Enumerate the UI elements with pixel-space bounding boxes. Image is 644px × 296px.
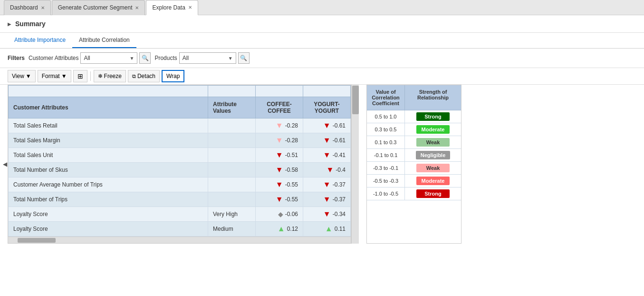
legend-badge: Strong	[405, 110, 461, 123]
arrow-down-pink-icon: ▼	[276, 136, 283, 145]
products-select[interactable]: All ▼	[179, 52, 236, 64]
empty-th-3	[256, 86, 303, 97]
legend-badge: Negligible	[405, 149, 461, 161]
tab-explore-data[interactable]: Explore Data ✕	[146, 0, 198, 15]
products-filter-name: Products	[154, 55, 177, 61]
toolbar-separator	[90, 71, 91, 81]
table-body: Total Sales Retail▼-0.28▼-0.61Total Sale…	[9, 118, 351, 237]
tab-generate-customer-segment[interactable]: Generate Customer Segment ✕	[52, 0, 145, 15]
attr-name-cell: Total Sales Margin	[9, 133, 208, 148]
attr-value-cell: Very High	[208, 207, 256, 222]
legend-badge: Strong	[405, 187, 461, 200]
legend-row: 0.3 to 0.5 Moderate	[367, 123, 461, 136]
table-header-row: Customer Attributes Attribute Values COF…	[9, 97, 351, 118]
attr-value-cell	[208, 118, 256, 133]
tab-explore-close[interactable]: ✕	[188, 5, 192, 10]
horizontal-scrollbar[interactable]	[8, 237, 351, 243]
cell-value: -0.55	[285, 196, 298, 203]
legend-badge-label: Negligible	[416, 151, 451, 159]
tab-attribute-correlation[interactable]: Attribute Correlation	[72, 33, 136, 48]
customer-attributes-select[interactable]: All ▼	[80, 52, 137, 64]
detach-button[interactable]: ⧉ Detach	[128, 70, 160, 82]
cell-value: -0.61	[333, 122, 346, 129]
attr-name-cell: Loyalty Score	[9, 207, 208, 222]
h-scroll-thumb	[18, 238, 56, 243]
attr-name-cell: Total Number of Trips	[9, 192, 208, 207]
legend-row: -0.5 to -0.3 Moderate	[367, 175, 461, 187]
cell-value: 0.11	[335, 226, 346, 232]
col2-cell: ▼-0.61	[303, 118, 351, 133]
legend-header: Value of Correlation Coefficient Strengt…	[367, 85, 461, 110]
legend-badge: Moderate	[405, 123, 461, 136]
legend-rows: 0.5 to 1.0 Strong 0.3 to 0.5 Moderate 0.…	[367, 110, 461, 200]
col1-cell: ▼-0.28	[256, 118, 303, 133]
format-button[interactable]: Format ▼	[38, 70, 71, 82]
arrow-down-red-icon: ▼	[323, 136, 331, 145]
legend-range: -1.0 to -0.5	[367, 187, 405, 200]
grid-view-button[interactable]: ⊞	[73, 70, 87, 82]
arrow-down-red-icon: ▼	[276, 166, 283, 174]
legend-badge-label: Moderate	[416, 125, 450, 134]
summary-arrow-icon[interactable]: ▶	[8, 21, 11, 27]
cell-value: -0.06	[285, 211, 298, 217]
col1-cell: ▼-0.58	[256, 163, 303, 178]
cell-value: -0.41	[333, 152, 346, 158]
legend-range: 0.3 to 0.5	[367, 123, 405, 136]
summary-title: Summary	[15, 20, 46, 28]
col1-cell: ▲0.12	[256, 222, 303, 237]
table-row: Loyalty ScoreVery High◆-0.06▼-0.34	[9, 207, 351, 222]
legend-row: 0.1 to 0.3 Weak	[367, 136, 461, 149]
cell-value: -0.28	[285, 122, 298, 129]
arrow-down-red-icon: ▼	[323, 210, 331, 218]
tab-attribute-importance[interactable]: Attribute Importance	[8, 33, 72, 48]
legend-badge: Weak	[405, 136, 461, 148]
freeze-button[interactable]: ❄ Freeze	[94, 70, 126, 82]
legend-row: -0.3 to -0.1 Weak	[367, 162, 461, 175]
th-yogurt: YOGURT-YOGURT	[303, 97, 351, 118]
tab-dashboard-close[interactable]: ✕	[41, 5, 45, 10]
arrow-down-red-icon: ▼	[276, 151, 283, 159]
legend-header-range: Value of Correlation Coefficient	[367, 85, 405, 110]
legend-header-strength: Strength of Relationship	[405, 85, 461, 110]
vertical-scrollbar[interactable]	[351, 85, 359, 244]
legend-range: 0.1 to 0.3	[367, 136, 405, 148]
arrow-down-red-icon: ▼	[326, 166, 334, 174]
data-table-wrapper: Customer Attributes Attribute Values COF…	[8, 85, 351, 244]
col1-cell: ▼-0.28	[256, 133, 303, 148]
side-collapse-arrow[interactable]: ◀	[3, 161, 7, 168]
wrap-button[interactable]: Wrap	[162, 70, 184, 82]
attr-name-cell: Total Number of Skus	[9, 163, 208, 178]
tab-generate-label: Generate Customer Segment	[58, 4, 133, 11]
data-table: Customer Attributes Attribute Values COF…	[8, 85, 351, 237]
products-search-button[interactable]: 🔍	[238, 52, 250, 64]
th-customer-attributes: Customer Attributes	[9, 97, 208, 118]
table-row: Total Sales Margin▼-0.28▼-0.61	[9, 133, 351, 148]
freeze-icon: ❄	[98, 73, 103, 79]
products-filter-group: Products All ▼ 🔍	[154, 52, 249, 64]
tabs-bar: Dashboard ✕ Generate Customer Segment ✕ …	[0, 0, 644, 15]
table-row: Loyalty ScoreMedium▲0.12▲0.11	[9, 222, 351, 237]
tab-dashboard[interactable]: Dashboard ✕	[4, 0, 51, 15]
grid-icon: ⊞	[77, 72, 83, 80]
col2-cell: ▼-0.4	[303, 163, 351, 178]
empty-header-row	[9, 86, 351, 97]
attr-value-cell: Medium	[208, 222, 256, 237]
arrow-down-red-icon: ▼	[323, 195, 331, 204]
attr-name-cell: Total Sales Unit	[9, 148, 208, 163]
view-button[interactable]: View ▼	[8, 70, 36, 82]
cell-value: -0.34	[333, 211, 346, 217]
customer-attributes-dropdown-icon: ▼	[129, 56, 134, 61]
filter-bar: Filters Customer Attributes All ▼ 🔍 Prod…	[0, 49, 644, 68]
arrow-down-red-icon: ▼	[323, 151, 331, 159]
tab-generate-close[interactable]: ✕	[135, 5, 139, 10]
arrow-down-red-icon: ▼	[323, 121, 331, 130]
col1-cell: ▼-0.51	[256, 148, 303, 163]
wrap-label: Wrap	[166, 73, 180, 79]
legend-range: -0.1 to 0.1	[367, 149, 405, 161]
legend-badge-label: Moderate	[416, 177, 450, 185]
customer-attributes-search-button[interactable]: 🔍	[139, 52, 151, 64]
cell-value: -0.37	[333, 196, 346, 203]
table-row: Total Number of Trips▼-0.55▼-0.37	[9, 192, 351, 207]
cell-value: 0.12	[287, 226, 298, 232]
detach-icon: ⧉	[132, 73, 136, 79]
